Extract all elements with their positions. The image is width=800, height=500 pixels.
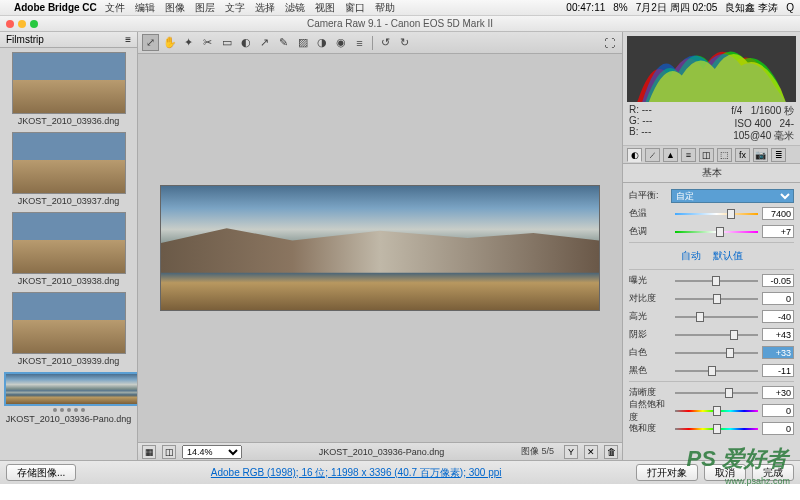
filmstrip-menu-icon[interactable]: ≡ <box>125 34 131 45</box>
wb-tool[interactable]: ✦ <box>180 34 197 51</box>
thumbnail-list[interactable]: JKOST_2010_03936.dng JKOST_2010_03937.dn… <box>0 48 137 460</box>
filmstrip-title: Filmstrip <box>6 34 44 45</box>
grid-icon[interactable]: ▦ <box>142 445 156 459</box>
panel-tabs: ◐ ⟋ ▲ ≡ ◫ ⬚ fx 📷 ≣ <box>623 146 800 164</box>
value-exposure[interactable]: -0.05 <box>762 274 794 287</box>
menu-edit[interactable]: 编辑 <box>135 1 155 15</box>
value-shadows[interactable]: +43 <box>762 328 794 341</box>
auto-link[interactable]: 自动 <box>681 249 701 263</box>
slider-blacks[interactable]: 黑色-11 <box>629 363 794 378</box>
menu-file[interactable]: 文件 <box>105 1 125 15</box>
status-date: 7月2日 周四 02:05 <box>636 1 718 15</box>
workflow-link[interactable]: Adobe RGB (1998); 16 位; 11998 x 3396 (40… <box>211 467 502 478</box>
slider-whites[interactable]: 白色+33 <box>629 345 794 360</box>
thumbnail-item[interactable]: JKOST_2010_03938.dng <box>4 212 133 286</box>
window-titlebar: Camera Raw 9.1 - Canon EOS 5D Mark II <box>0 16 800 32</box>
panel-title: 基本 <box>623 164 800 183</box>
minimize-icon[interactable] <box>18 20 26 28</box>
crop-tool[interactable]: ▭ <box>218 34 235 51</box>
slider-contrast[interactable]: 对比度0 <box>629 291 794 306</box>
watermark-url: www.psahz.com <box>725 476 790 486</box>
tab-detail[interactable]: ▲ <box>663 148 678 162</box>
slider-shadows[interactable]: 阴影+43 <box>629 327 794 342</box>
tab-curve[interactable]: ⟋ <box>645 148 660 162</box>
hand-tool[interactable]: ✋ <box>161 34 178 51</box>
menu-view[interactable]: 视图 <box>315 1 335 15</box>
value-contrast[interactable]: 0 <box>762 292 794 305</box>
radial-filter-tool[interactable]: ◉ <box>332 34 349 51</box>
straighten-tool[interactable]: ◐ <box>237 34 254 51</box>
maximize-icon[interactable] <box>30 20 38 28</box>
zoom-tool[interactable]: ⤢ <box>142 34 159 51</box>
filmstrip-panel: Filmstrip ≡ JKOST_2010_03936.dng JKOST_2… <box>0 32 138 460</box>
toolbar: ⤢ ✋ ✦ ✂ ▭ ◐ ↗ ✎ ▨ ◑ ◉ ≡ ↺ ↻ ⛶ <box>138 32 622 54</box>
image-canvas[interactable] <box>138 54 622 442</box>
spot-tool[interactable]: ↗ <box>256 34 273 51</box>
slider-vibrance[interactable]: 自然饱和度0 <box>629 403 794 418</box>
value-clarity[interactable]: +30 <box>762 386 794 399</box>
tab-fx[interactable]: fx <box>735 148 750 162</box>
tab-split[interactable]: ◫ <box>699 148 714 162</box>
value-temp[interactable]: 7400 <box>762 207 794 220</box>
menu-filter[interactable]: 滤镜 <box>285 1 305 15</box>
app-name[interactable]: Adobe Bridge CC <box>14 2 97 13</box>
window-title: Camera Raw 9.1 - Canon EOS 5D Mark II <box>307 18 493 29</box>
menu-type[interactable]: 文字 <box>225 1 245 15</box>
histogram[interactable] <box>627 36 796 102</box>
mark-icon[interactable]: Y <box>564 445 578 459</box>
image-counter: 图像 5/5 <box>521 445 554 458</box>
preview-image <box>160 185 600 311</box>
slider-exposure[interactable]: 曝光-0.05 <box>629 273 794 288</box>
redeye-tool[interactable]: ✎ <box>275 34 292 51</box>
menu-help[interactable]: 帮助 <box>375 1 395 15</box>
reject-icon[interactable]: ✕ <box>584 445 598 459</box>
value-blacks[interactable]: -11 <box>762 364 794 377</box>
tab-hsl[interactable]: ≡ <box>681 148 696 162</box>
close-icon[interactable] <box>6 20 14 28</box>
adjustment-brush-tool[interactable]: ▨ <box>294 34 311 51</box>
thumbnail-item[interactable]: JKOST_2010_03936.dng <box>4 52 133 126</box>
status-user[interactable]: 良知鑫 李涛 <box>725 1 778 15</box>
bottom-bar: 存储图像... Adobe RGB (1998); 16 位; 11998 x … <box>0 460 800 484</box>
thumbnail-item-selected[interactable]: JKOST_2010_03936-Pano.dng <box>4 372 133 424</box>
tab-camera[interactable]: 📷 <box>753 148 768 162</box>
value-tint[interactable]: +7 <box>762 225 794 238</box>
status-battery: 8% <box>613 2 627 13</box>
tab-presets[interactable]: ≣ <box>771 148 786 162</box>
fullscreen-icon[interactable]: ⛶ <box>601 34 618 51</box>
open-button[interactable]: 打开对象 <box>636 464 698 481</box>
trash-icon[interactable]: 🗑 <box>604 445 618 459</box>
value-vibrance[interactable]: 0 <box>762 404 794 417</box>
status-bar: ▦ ◫ 14.4% JKOST_2010_03936-Pano.dng 图像 5… <box>138 442 622 460</box>
value-whites[interactable]: +33 <box>762 346 794 359</box>
value-highlights[interactable]: -40 <box>762 310 794 323</box>
status-time: 00:47:11 <box>566 2 605 13</box>
exif-info: R: --- G: --- B: --- f/4 1/1600 秒 ISO 40… <box>623 102 800 146</box>
spotlight-icon[interactable]: Q <box>786 2 794 13</box>
adjustments-panel: R: --- G: --- B: --- f/4 1/1600 秒 ISO 40… <box>622 32 800 460</box>
tab-basic[interactable]: ◐ <box>627 148 642 162</box>
rotate-cw[interactable]: ↻ <box>396 34 413 51</box>
zoom-select[interactable]: 14.4% <box>182 445 242 459</box>
thumbnail-item[interactable]: JKOST_2010_03937.dng <box>4 132 133 206</box>
wb-select[interactable]: 自定 <box>671 189 794 203</box>
slider-saturation[interactable]: 饱和度0 <box>629 421 794 436</box>
graduated-filter-tool[interactable]: ◑ <box>313 34 330 51</box>
tab-lens[interactable]: ⬚ <box>717 148 732 162</box>
value-saturation[interactable]: 0 <box>762 422 794 435</box>
prefs-tool[interactable]: ≡ <box>351 34 368 51</box>
rotate-ccw[interactable]: ↺ <box>377 34 394 51</box>
color-sampler-tool[interactable]: ✂ <box>199 34 216 51</box>
current-filename: JKOST_2010_03936-Pano.dng <box>248 447 515 457</box>
menu-window[interactable]: 窗口 <box>345 1 365 15</box>
menu-select[interactable]: 选择 <box>255 1 275 15</box>
slider-temp[interactable]: 色温7400 <box>629 206 794 221</box>
compare-icon[interactable]: ◫ <box>162 445 176 459</box>
menu-layer[interactable]: 图层 <box>195 1 215 15</box>
save-button[interactable]: 存储图像... <box>6 464 76 481</box>
thumbnail-item[interactable]: JKOST_2010_03939.dng <box>4 292 133 366</box>
slider-tint[interactable]: 色调+7 <box>629 224 794 239</box>
slider-highlights[interactable]: 高光-40 <box>629 309 794 324</box>
default-link[interactable]: 默认值 <box>713 249 743 263</box>
menu-image[interactable]: 图像 <box>165 1 185 15</box>
